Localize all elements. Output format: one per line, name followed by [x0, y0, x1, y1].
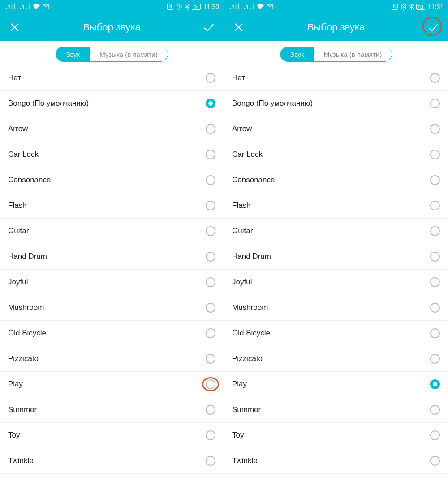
- list-item[interactable]: Flash: [0, 193, 224, 219]
- radio-button[interactable]: [430, 99, 440, 108]
- sound-label: Pizzicato: [8, 354, 39, 363]
- sound-label: Arrow: [232, 124, 252, 133]
- sound-label: Pizzicato: [232, 354, 263, 363]
- sound-list-left: НетBongo (По умолчанию)ArrowCar LockCons…: [0, 65, 224, 485]
- sound-list-right: НетBongo (По умолчанию)ArrowCar LockCons…: [224, 65, 448, 485]
- radio-button[interactable]: [206, 303, 215, 313]
- radio-button[interactable]: [206, 354, 215, 364]
- sound-label: Hand Drum: [232, 252, 271, 261]
- list-item[interactable]: Bongo (По умолчанию): [224, 91, 448, 116]
- radio-button[interactable]: [430, 354, 440, 364]
- list-item[interactable]: Old Bicycle: [224, 321, 448, 346]
- list-item[interactable]: Joyful: [0, 270, 224, 295]
- sound-label: Old Bicycle: [8, 329, 46, 338]
- tab-music[interactable]: Музыка (в памяти): [314, 47, 392, 61]
- list-item[interactable]: Pizzicato: [224, 346, 448, 372]
- tab-music[interactable]: Музыка (в памяти): [90, 47, 168, 61]
- list-item[interactable]: Twinkle: [0, 448, 224, 474]
- list-item[interactable]: Arrow: [224, 116, 448, 142]
- status-bar: .ıll .ıll N 53 11:31: [224, 0, 448, 13]
- list-item[interactable]: Pizzicato: [0, 346, 224, 372]
- list-item[interactable]: Joyful: [224, 270, 448, 295]
- sound-label: Twinkle: [8, 456, 34, 465]
- radio-button[interactable]: [430, 150, 440, 159]
- list-item[interactable]: Нет: [0, 65, 224, 91]
- sound-label: Нет: [8, 73, 21, 82]
- radio-button[interactable]: [430, 303, 440, 313]
- tab-sound[interactable]: Звук: [56, 47, 90, 61]
- list-item[interactable]: Consonance: [224, 167, 448, 193]
- list-item[interactable]: Consonance: [0, 167, 224, 193]
- radio-button[interactable]: [206, 175, 215, 185]
- list-item[interactable]: Summer: [0, 397, 224, 423]
- radio-button[interactable]: [430, 175, 440, 185]
- sound-label: Flash: [8, 201, 27, 210]
- list-item[interactable]: Play: [0, 372, 224, 397]
- radio-button[interactable]: [206, 73, 215, 83]
- clock: 11:30: [203, 3, 219, 10]
- radio-button[interactable]: [430, 124, 440, 134]
- radio-button[interactable]: [206, 150, 215, 159]
- sound-label: Toy: [232, 431, 244, 440]
- sound-label: Summer: [232, 405, 261, 414]
- close-icon[interactable]: [232, 21, 246, 34]
- list-item[interactable]: Car Lock: [0, 142, 224, 167]
- radio-button[interactable]: [206, 430, 215, 440]
- radio-button[interactable]: [430, 201, 440, 210]
- radio-button[interactable]: [206, 252, 215, 262]
- radio-button[interactable]: [206, 124, 215, 134]
- sound-label: Mushroom: [8, 303, 44, 312]
- confirm-icon[interactable]: [202, 21, 215, 34]
- list-item[interactable]: Summer: [224, 397, 448, 423]
- radio-button[interactable]: [206, 379, 215, 389]
- radio-button[interactable]: [206, 277, 215, 287]
- radio-button[interactable]: [430, 226, 440, 236]
- radio-button[interactable]: [206, 226, 215, 236]
- radio-button[interactable]: [430, 456, 440, 466]
- close-icon[interactable]: [8, 21, 22, 34]
- radio-button[interactable]: [206, 456, 215, 466]
- list-item[interactable]: Arrow: [0, 116, 224, 142]
- clock: 11:31: [428, 3, 444, 10]
- list-item[interactable]: Play: [224, 372, 448, 397]
- sound-label: Summer: [8, 405, 37, 414]
- list-item[interactable]: Twinkle: [224, 448, 448, 474]
- list-item[interactable]: Car Lock: [224, 142, 448, 167]
- radio-button[interactable]: [430, 252, 440, 262]
- radio-button[interactable]: [206, 328, 215, 338]
- tab-sound[interactable]: Звук: [280, 47, 314, 61]
- sound-label: Car Lock: [8, 150, 39, 159]
- status-right: N 54 11:30: [167, 3, 219, 10]
- list-item[interactable]: Mushroom: [0, 295, 224, 321]
- sound-label: Play: [8, 380, 23, 389]
- list-item[interactable]: Toy: [0, 423, 224, 448]
- radio-button[interactable]: [430, 379, 440, 389]
- list-item[interactable]: Toy: [224, 423, 448, 448]
- list-item[interactable]: Hand Drum: [0, 244, 224, 270]
- list-item[interactable]: Flash: [224, 193, 448, 219]
- radio-button[interactable]: [206, 201, 215, 210]
- wifi-icon: [33, 4, 40, 9]
- confirm-icon[interactable]: [426, 21, 440, 34]
- nfc-icon: N: [167, 4, 173, 10]
- list-item[interactable]: Mushroom: [224, 295, 448, 321]
- radio-button[interactable]: [206, 99, 215, 108]
- list-item[interactable]: Нет: [224, 65, 448, 91]
- page-title: Выбор звука: [83, 21, 140, 33]
- list-item[interactable]: Hand Drum: [224, 244, 448, 270]
- radio-button[interactable]: [430, 430, 440, 440]
- list-item[interactable]: Old Bicycle: [0, 321, 224, 346]
- radio-button[interactable]: [430, 73, 440, 83]
- list-item[interactable]: Bongo (По умолчанию): [0, 91, 224, 116]
- sound-label: Consonance: [232, 176, 275, 185]
- list-item[interactable]: Guitar: [224, 219, 448, 244]
- signal-icon: .ıll: [228, 3, 240, 10]
- sound-label: Guitar: [8, 227, 29, 236]
- radio-button[interactable]: [430, 277, 440, 287]
- sound-label: Bongo (По умолчанию): [8, 99, 89, 108]
- radio-button[interactable]: [430, 328, 440, 338]
- sound-label: Consonance: [8, 176, 51, 185]
- radio-button[interactable]: [206, 405, 215, 415]
- list-item[interactable]: Guitar: [0, 219, 224, 244]
- radio-button[interactable]: [430, 405, 440, 415]
